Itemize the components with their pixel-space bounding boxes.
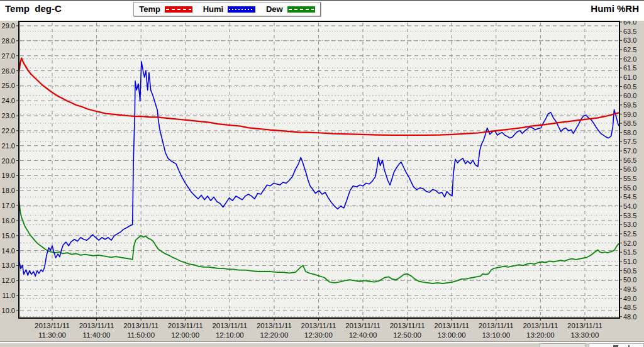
x-axis-time-label: 13:30:00 [571, 331, 599, 339]
y-axis-right-tick-label: 52.0 [623, 240, 636, 247]
x-axis-date-label: 2013/11/11 [301, 322, 336, 329]
y-axis-right-tick-label: 55.0 [623, 184, 636, 192]
y-axis-left-tick-label: 17.0 [2, 202, 15, 209]
legend-label-dew: Dew [266, 4, 283, 14]
legend-label-humi: Humi [203, 4, 224, 14]
y-axis-right-tick-label: 63.5 [623, 28, 636, 35]
y-axis-left-tick-label: 10.0 [2, 307, 15, 314]
y-axis-right-tick-label: 59.0 [623, 111, 636, 118]
y-axis-right-tick-label: 53.0 [623, 221, 636, 228]
partial-widget [589, 343, 644, 347]
x-axis-date-label: 2013/11/11 [567, 322, 602, 329]
x-axis-time-label: 13:00:00 [438, 331, 466, 339]
y-axis-right-tick-label: 62.5 [623, 46, 636, 53]
dew-line-swatch-icon [287, 6, 315, 13]
y-axis-right-tick-label: 61.5 [623, 64, 636, 72]
left-axis-title: Temp deg-C [5, 3, 62, 14]
x-axis-time-label: 12:10:00 [216, 331, 244, 339]
x-axis-time-label: 12:20:00 [260, 331, 289, 339]
legend-item-dew: Dew [266, 4, 315, 14]
trend-chart: 29.028.027.026.025.024.023.022.021.020.0… [0, 1, 644, 347]
x-axis-date-label: 2013/11/11 [212, 322, 247, 329]
y-axis-left-tick-label: 20.0 [2, 157, 15, 165]
chart-header: Temp deg-C Temp Humi Dew Humi %RH [0, 1, 644, 21]
legend-label-temp: Temp [139, 4, 160, 14]
x-axis-date-label: 2013/11/11 [479, 322, 514, 329]
x-axis-date-label: 2013/11/11 [345, 322, 380, 329]
y-axis-left-tick-label: 29.0 [2, 22, 15, 30]
y-axis-right-tick-label: 51.0 [623, 258, 636, 265]
x-axis-time-label: 12:40:00 [349, 331, 377, 339]
y-axis-left-tick-label: 25.0 [2, 82, 15, 89]
x-axis-time-label: 11:50:00 [127, 331, 155, 339]
y-axis-right-tick-label: 54.5 [623, 193, 636, 201]
y-axis-right-tick-label: 59.5 [623, 101, 636, 109]
x-axis-time-label: 13:20:00 [526, 331, 555, 339]
y-axis-left-tick-label: 28.0 [2, 37, 15, 45]
temp-line-swatch-icon [165, 6, 192, 13]
x-axis-date-label: 2013/11/11 [257, 322, 292, 329]
y-axis-right-tick-label: 48.5 [623, 304, 636, 311]
y-axis-left-tick-label: 23.0 [2, 112, 15, 119]
y-axis-right-tick-label: 56.0 [623, 165, 636, 173]
x-axis-time-label: 12:30:00 [304, 331, 333, 339]
y-axis-right-tick-label: 57.0 [623, 147, 636, 155]
y-axis-right-tick-label: 50.0 [623, 276, 636, 284]
legend-item-temp: Temp [139, 4, 192, 14]
y-axis-left-tick-label: 15.0 [2, 232, 15, 240]
partial-widget [540, 343, 586, 347]
x-axis-date-label: 2013/11/11 [35, 322, 70, 329]
x-axis-date-label: 2013/11/11 [390, 322, 425, 329]
chart-legend: Temp Humi Dew [133, 2, 321, 16]
datalogger-trend-window: 29.028.027.026.025.024.023.022.021.020.0… [0, 0, 644, 347]
y-axis-left-tick-label: 12.0 [2, 277, 15, 284]
plot-background [19, 21, 619, 318]
y-axis-right-tick-label: 52.5 [623, 230, 636, 238]
y-axis-right-tick-label: 60.0 [623, 92, 636, 99]
right-axis-title: Humi %RH [591, 3, 639, 14]
y-axis-right-tick-label: 58.5 [623, 119, 636, 127]
y-axis-left-tick-label: 21.0 [2, 142, 15, 150]
x-axis-time-label: 12:50:00 [393, 331, 421, 339]
y-axis-left-tick-label: 19.0 [2, 172, 15, 179]
y-axis-right-tick-label: 53.5 [623, 212, 636, 219]
y-axis-left-tick-label: 26.0 [2, 67, 15, 75]
x-axis-time-label: 13:10:00 [482, 331, 510, 339]
y-axis-right-tick-label: 58.0 [623, 129, 636, 136]
x-axis-date-label: 2013/11/11 [168, 322, 203, 329]
y-axis-right-tick-label: 57.5 [623, 138, 636, 145]
x-axis-time-label: 11:40:00 [83, 331, 111, 339]
y-axis-left-tick-label: 13.0 [2, 262, 15, 269]
legend-item-humi: Humi [203, 4, 256, 14]
y-axis-right-tick-label: 50.5 [623, 267, 636, 275]
y-axis-right-tick-label: 60.5 [623, 83, 636, 91]
y-axis-right-tick-label: 56.5 [623, 157, 636, 164]
x-axis-date-label: 2013/11/11 [79, 322, 114, 329]
y-axis-left-tick-label: 24.0 [2, 97, 15, 104]
y-axis-left-tick-label: 22.0 [2, 127, 15, 135]
y-axis-left-tick-label: 16.0 [2, 217, 15, 224]
y-axis-right-tick-label: 51.5 [623, 248, 636, 256]
y-axis-left-tick-label: 14.0 [2, 247, 15, 255]
x-axis-date-label: 2013/11/11 [523, 322, 558, 329]
y-axis-left-tick-label: 11.0 [2, 292, 15, 299]
y-axis-right-tick-label: 62.0 [623, 55, 636, 63]
y-axis-right-tick-label: 49.0 [623, 295, 636, 302]
y-axis-right-tick-label: 61.0 [623, 74, 636, 81]
x-axis-date-label: 2013/11/11 [123, 322, 158, 329]
y-axis-left-tick-label: 27.0 [2, 52, 15, 60]
y-axis-right-tick-label: 54.0 [623, 202, 636, 210]
y-axis-right-tick-label: 55.5 [623, 175, 636, 182]
humi-line-swatch-icon [228, 6, 255, 13]
x-axis-time-label: 12:00:00 [171, 331, 199, 339]
x-axis-date-label: 2013/11/11 [434, 322, 469, 329]
y-axis-left-tick-label: 18.0 [2, 187, 15, 194]
x-axis-time-label: 11:30:00 [38, 331, 66, 339]
y-axis-right-tick-label: 49.5 [623, 285, 636, 293]
y-axis-right-tick-label: 63.0 [623, 36, 636, 44]
y-axis-right-tick-label: 48.0 [623, 313, 636, 321]
